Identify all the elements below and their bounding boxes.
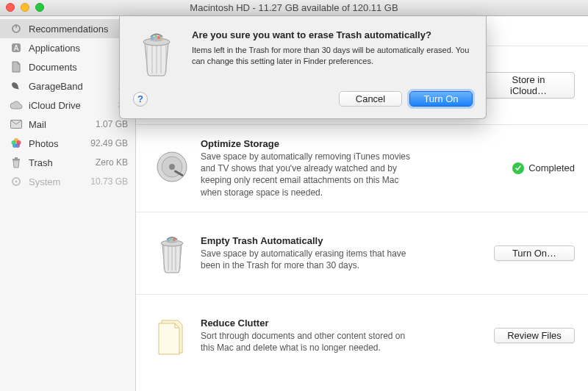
review-files-button[interactable]: Review Files bbox=[494, 328, 575, 343]
svg-text:A: A bbox=[14, 44, 19, 52]
confirm-erase-trash-dialog: Are you sure you want to erase Trash aut… bbox=[119, 16, 487, 119]
system-icon bbox=[9, 175, 24, 188]
sidebar-item-mail[interactable]: Mail 1.07 GB bbox=[0, 115, 135, 134]
recommendation-desc: Save space by automatically removing iTu… bbox=[201, 151, 421, 198]
svg-point-20 bbox=[173, 238, 176, 241]
sidebar-item-documents[interactable]: Documents 5 bbox=[0, 57, 135, 76]
sidebar-item-label: Recommendations bbox=[29, 24, 128, 35]
titlebar: Macintosh HD - 11.27 GB available of 120… bbox=[0, 0, 588, 16]
mail-icon bbox=[9, 118, 24, 131]
docs-icon bbox=[143, 316, 201, 356]
applications-icon: A bbox=[9, 41, 24, 54]
hdd-icon bbox=[143, 149, 201, 187]
confirm-turn-on-button[interactable]: Turn On bbox=[409, 91, 473, 107]
photos-icon bbox=[9, 137, 24, 150]
window-title: Macintosh HD - 11.27 GB available of 120… bbox=[190, 2, 398, 13]
recommendation-desc: Sort through documents and other content… bbox=[201, 330, 421, 354]
recommendation-optimize-storage: Optimize Storage Save space by automatic… bbox=[136, 125, 588, 212]
trash-dialog-icon bbox=[133, 29, 180, 78]
sidebar-item-applications[interactable]: A Applications 4 bbox=[0, 38, 135, 57]
svg-point-19 bbox=[167, 239, 170, 242]
sidebar: Recommendations A Applications 4 Documen… bbox=[0, 16, 136, 391]
recommendation-desc: Save space by automatically erasing item… bbox=[201, 248, 421, 271]
sidebar-item-size: 10.73 GB bbox=[90, 176, 128, 187]
recommendation-title: Reduce Clutter bbox=[201, 318, 475, 329]
sidebar-item-label: Trash bbox=[29, 157, 96, 168]
recommendation-title: Optimize Storage bbox=[201, 138, 475, 149]
documents-icon bbox=[9, 60, 24, 73]
svg-point-12 bbox=[15, 181, 18, 183]
sidebar-item-label: GarageBand bbox=[29, 81, 118, 92]
sidebar-item-icloud-drive[interactable]: iCloud Drive 36 bbox=[0, 96, 135, 115]
svg-point-26 bbox=[154, 35, 157, 38]
completed-label: Completed bbox=[528, 162, 575, 173]
help-button[interactable]: ? bbox=[133, 92, 148, 107]
window-controls bbox=[6, 3, 44, 12]
recommendation-title: Empty Trash Automatically bbox=[201, 235, 475, 246]
sidebar-item-label: Mail bbox=[29, 119, 96, 130]
trash-large-icon bbox=[143, 232, 201, 273]
svg-point-8 bbox=[12, 140, 16, 145]
sidebar-item-photos[interactable]: Photos 92.49 GB bbox=[0, 134, 135, 153]
sidebar-item-label: iCloud Drive bbox=[29, 100, 118, 111]
turn-on-button[interactable]: Turn On… bbox=[494, 245, 575, 261]
sidebar-item-size: Zero KB bbox=[96, 157, 128, 168]
recommendation-empty-trash: Empty Trash Automatically Save space by … bbox=[136, 212, 588, 295]
svg-point-27 bbox=[160, 37, 162, 40]
icloud-icon bbox=[9, 98, 24, 112]
sidebar-item-system[interactable]: System 10.73 GB bbox=[0, 172, 135, 191]
sidebar-item-label: Applications bbox=[29, 43, 123, 54]
svg-point-15 bbox=[169, 164, 175, 170]
minimize-window-icon[interactable] bbox=[21, 3, 29, 12]
close-window-icon[interactable] bbox=[6, 3, 15, 12]
dialog-message: Items left in the Trash for more than 30… bbox=[192, 45, 473, 67]
completed-status: Completed bbox=[512, 162, 575, 174]
svg-rect-9 bbox=[12, 159, 20, 160]
trash-icon bbox=[9, 156, 24, 169]
sidebar-item-size: 1.07 GB bbox=[96, 119, 128, 129]
sidebar-item-label: Documents bbox=[29, 62, 123, 73]
checkmark-icon bbox=[512, 162, 524, 174]
recommendation-reduce-clutter: Reduce Clutter Sort through documents an… bbox=[136, 295, 588, 377]
recommendations-icon bbox=[9, 22, 24, 35]
sidebar-item-trash[interactable]: Trash Zero KB bbox=[0, 153, 135, 172]
svg-point-24 bbox=[151, 37, 154, 40]
cancel-button[interactable]: Cancel bbox=[339, 91, 402, 107]
dialog-title: Are you sure you want to erase Trash aut… bbox=[192, 29, 473, 40]
store-in-icloud-button[interactable]: Store in iCloud… bbox=[482, 72, 575, 98]
garageband-icon bbox=[9, 79, 24, 93]
sidebar-item-label: Photos bbox=[29, 138, 90, 149]
zoom-window-icon[interactable] bbox=[35, 3, 44, 12]
svg-rect-10 bbox=[15, 157, 18, 159]
svg-point-21 bbox=[171, 238, 173, 240]
sidebar-item-size: 92.49 GB bbox=[90, 138, 128, 148]
sidebar-item-garageband[interactable]: GarageBand 11 bbox=[0, 76, 135, 96]
svg-point-25 bbox=[157, 36, 161, 40]
sidebar-item-recommendations[interactable]: Recommendations bbox=[0, 19, 135, 38]
sidebar-item-label: System bbox=[29, 176, 90, 187]
